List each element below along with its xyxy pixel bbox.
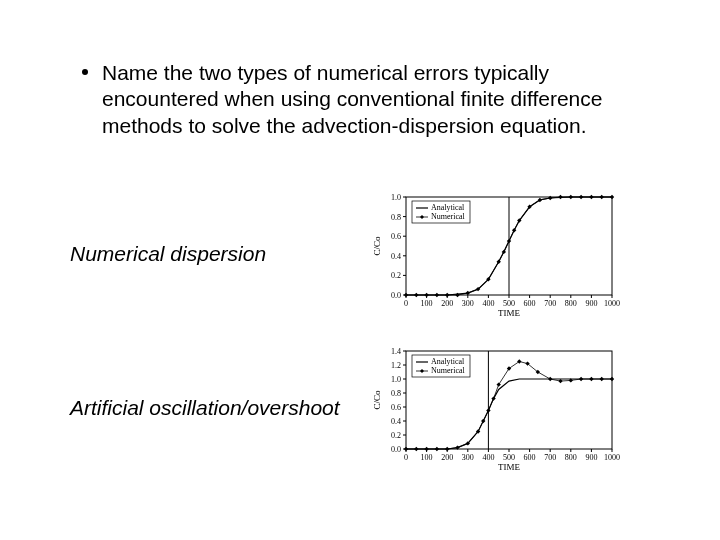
svg-text:600: 600 [524,299,536,308]
svg-text:0: 0 [404,453,408,462]
svg-text:900: 900 [585,299,597,308]
svg-text:900: 900 [585,453,597,462]
question-bullet: Name the two types of numerical errors t… [70,60,650,139]
svg-text:1.0: 1.0 [391,193,401,202]
answer-1-label: Numerical dispersion [70,242,370,266]
svg-text:0.6: 0.6 [391,232,401,241]
svg-text:400: 400 [482,453,494,462]
svg-text:TIME: TIME [498,308,520,318]
svg-text:700: 700 [544,453,556,462]
svg-text:0.4: 0.4 [391,417,401,426]
answer-row-2: Artificial oscillation/overshoot 0100200… [70,343,650,473]
svg-text:0.2: 0.2 [391,431,401,440]
svg-text:0.2: 0.2 [391,271,401,280]
slide: Name the two types of numerical errors t… [0,0,720,540]
svg-text:100: 100 [421,453,433,462]
svg-text:400: 400 [482,299,494,308]
svg-text:1.0: 1.0 [391,375,401,384]
svg-text:1.4: 1.4 [391,347,401,356]
svg-text:0.0: 0.0 [391,291,401,300]
answer-2-label: Artificial oscillation/overshoot [70,396,370,420]
svg-text:800: 800 [565,299,577,308]
svg-text:1.2: 1.2 [391,361,401,370]
bullet-dot-icon [82,69,88,75]
svg-text:200: 200 [441,453,453,462]
svg-text:1000: 1000 [604,299,620,308]
svg-text:Analytical: Analytical [431,357,465,366]
svg-text:600: 600 [524,453,536,462]
question-text: Name the two types of numerical errors t… [102,60,650,139]
svg-text:200: 200 [441,299,453,308]
svg-text:300: 300 [462,453,474,462]
chart-oscillation: 010020030040050060070080090010000.00.20.… [370,343,620,473]
svg-text:Numerical: Numerical [431,366,466,375]
svg-text:0: 0 [404,299,408,308]
svg-text:C/Co: C/Co [372,390,382,410]
chart-dispersion: 010020030040050060070080090010000.00.20.… [370,189,620,319]
svg-text:Numerical: Numerical [431,212,466,221]
svg-text:0.6: 0.6 [391,403,401,412]
svg-text:0.8: 0.8 [391,389,401,398]
svg-text:300: 300 [462,299,474,308]
svg-text:500: 500 [503,453,515,462]
svg-text:TIME: TIME [498,462,520,472]
svg-text:0.4: 0.4 [391,252,401,261]
svg-text:700: 700 [544,299,556,308]
svg-text:Analytical: Analytical [431,203,465,212]
svg-text:0.0: 0.0 [391,445,401,454]
answer-row-1: Numerical dispersion 0100200300400500600… [70,189,650,319]
svg-text:500: 500 [503,299,515,308]
svg-text:800: 800 [565,453,577,462]
svg-text:0.8: 0.8 [391,212,401,221]
svg-text:1000: 1000 [604,453,620,462]
svg-text:C/Co: C/Co [372,236,382,256]
svg-text:100: 100 [421,299,433,308]
